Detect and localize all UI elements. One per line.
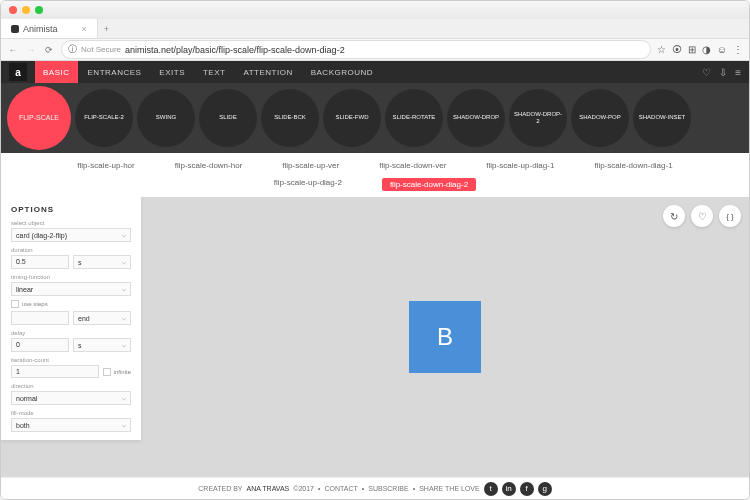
- window-minimize[interactable]: [22, 6, 30, 14]
- facebook-icon[interactable]: f: [520, 482, 534, 496]
- star-icon[interactable]: ☆: [657, 44, 666, 55]
- category-strip: FLIP-SCALE FLIP-SCALE-2 SWING SLIDE SLID…: [1, 83, 749, 153]
- category-flip-scale[interactable]: FLIP-SCALE: [7, 86, 71, 150]
- twitter-icon[interactable]: t: [484, 482, 498, 496]
- direction-label: direction: [11, 383, 131, 389]
- variant-list: flip-scale-up-hor flip-scale-down-hor fl…: [1, 153, 749, 197]
- category-shadow-drop[interactable]: SHADOW-DROP: [447, 89, 505, 147]
- footer-author[interactable]: ANA TRAVAS: [246, 485, 289, 492]
- tab-close-icon[interactable]: ×: [82, 24, 87, 34]
- object-select[interactable]: card (diag-2-flip): [11, 228, 131, 242]
- fill-select[interactable]: both: [11, 418, 131, 432]
- footer: CREATED BY ANA TRAVAS ©2017 • CONTACT • …: [1, 477, 749, 499]
- browser-tab[interactable]: Animista ×: [1, 19, 98, 38]
- heart-icon[interactable]: ♡: [702, 67, 711, 78]
- variant-item[interactable]: flip-scale-down-ver: [379, 161, 446, 170]
- nav-basic[interactable]: BASIC: [35, 61, 78, 83]
- footer-year: ©2017: [293, 485, 314, 492]
- nav-attention[interactable]: ATTENTION: [235, 61, 300, 83]
- window-close[interactable]: [9, 6, 17, 14]
- direction-select[interactable]: normal: [11, 391, 131, 405]
- variant-item[interactable]: flip-scale-up-diag-2: [274, 178, 342, 191]
- category-flip-scale-2[interactable]: FLIP-SCALE-2: [75, 89, 133, 147]
- ext-icon-1[interactable]: ⦿: [672, 44, 682, 55]
- code-button[interactable]: { }: [719, 205, 741, 227]
- nav-text[interactable]: TEXT: [195, 61, 233, 83]
- duration-label: duration: [11, 247, 131, 253]
- window-maximize[interactable]: [35, 6, 43, 14]
- url-text: animista.net/play/basic/flip-scale/flip-…: [125, 45, 345, 55]
- app-navbar: a BASIC ENTRANCES EXITS TEXT ATTENTION B…: [1, 61, 749, 83]
- delay-unit-select[interactable]: s: [73, 338, 131, 352]
- footer-created: CREATED BY: [198, 485, 242, 492]
- timing-label: timing-function: [11, 274, 131, 280]
- gplus-icon[interactable]: g: [538, 482, 552, 496]
- variant-item[interactable]: flip-scale-down-hor: [175, 161, 243, 170]
- variant-item[interactable]: flip-scale-up-ver: [282, 161, 339, 170]
- hamburger-icon[interactable]: ≡: [735, 67, 741, 78]
- iteration-label: iteration-count: [11, 357, 131, 363]
- new-tab-button[interactable]: +: [98, 24, 115, 34]
- security-icon: ⓘ: [68, 43, 77, 56]
- steps-input[interactable]: [11, 311, 69, 325]
- app-logo[interactable]: a: [9, 63, 27, 81]
- steps-pos-select[interactable]: end: [73, 311, 131, 325]
- address-bar[interactable]: ⓘ Not Secure animista.net/play/basic/fli…: [61, 40, 651, 59]
- category-swing[interactable]: SWING: [137, 89, 195, 147]
- category-slide-bck[interactable]: SLIDE-BCK: [261, 89, 319, 147]
- download-icon[interactable]: ⇩: [719, 67, 727, 78]
- tab-title: Animista: [23, 24, 58, 34]
- forward-icon[interactable]: →: [25, 45, 37, 55]
- browser-toolbar: ← → ⟳ ⓘ Not Secure animista.net/play/bas…: [1, 39, 749, 61]
- browser-tabbar: Animista × +: [1, 19, 749, 39]
- nav-background[interactable]: BACKGROUND: [303, 61, 381, 83]
- preview-canvas: ↻ ♡ { } B: [141, 197, 749, 477]
- reload-icon[interactable]: ⟳: [43, 45, 55, 55]
- ext-icon-3[interactable]: ◑: [702, 44, 711, 55]
- iteration-input[interactable]: 1: [11, 365, 99, 378]
- delay-input[interactable]: 0: [11, 338, 69, 352]
- category-shadow-pop[interactable]: SHADOW-POP: [571, 89, 629, 147]
- security-label: Not Secure: [81, 45, 121, 54]
- duration-input[interactable]: 0.5: [11, 255, 69, 269]
- replay-button[interactable]: ↻: [663, 205, 685, 227]
- object-label: select object: [11, 220, 131, 226]
- fill-label: fill-mode: [11, 410, 131, 416]
- preview-object: B: [409, 301, 481, 373]
- options-title: OPTIONS: [11, 205, 131, 214]
- variant-item[interactable]: flip-scale-up-diag-1: [486, 161, 554, 170]
- profile-icon[interactable]: ☺: [717, 44, 727, 55]
- timing-select[interactable]: linear: [11, 282, 131, 296]
- variant-item[interactable]: flip-scale-down-diag-1: [594, 161, 672, 170]
- variant-item[interactable]: flip-scale-up-hor: [77, 161, 134, 170]
- use-steps-checkbox[interactable]: use steps: [11, 300, 131, 308]
- menu-icon[interactable]: ⋮: [733, 44, 743, 55]
- nav-exits[interactable]: EXITS: [151, 61, 193, 83]
- ext-icon-2[interactable]: ⊞: [688, 44, 696, 55]
- footer-subscribe[interactable]: SUBSCRIBE: [368, 485, 408, 492]
- linkedin-icon[interactable]: in: [502, 482, 516, 496]
- category-slide[interactable]: SLIDE: [199, 89, 257, 147]
- footer-share: SHARE THE LOVE: [419, 485, 480, 492]
- category-shadow-drop-2[interactable]: SHADOW-DROP-2: [509, 89, 567, 147]
- category-shadow-inset[interactable]: SHADOW-INSET: [633, 89, 691, 147]
- infinite-checkbox[interactable]: infinite: [103, 365, 131, 378]
- category-slide-rotate[interactable]: SLIDE-ROTATE: [385, 89, 443, 147]
- window-titlebar: [1, 1, 749, 19]
- back-icon[interactable]: ←: [7, 45, 19, 55]
- duration-unit-select[interactable]: s: [73, 255, 131, 269]
- favicon: [11, 25, 19, 33]
- favorite-button[interactable]: ♡: [691, 205, 713, 227]
- nav-entrances[interactable]: ENTRANCES: [80, 61, 150, 83]
- options-panel: OPTIONS select object card (diag-2-flip)…: [1, 197, 141, 440]
- variant-item-active[interactable]: flip-scale-down-diag-2: [382, 178, 476, 191]
- category-slide-fwd[interactable]: SLIDE-FWD: [323, 89, 381, 147]
- delay-label: delay: [11, 330, 131, 336]
- footer-contact[interactable]: CONTACT: [324, 485, 357, 492]
